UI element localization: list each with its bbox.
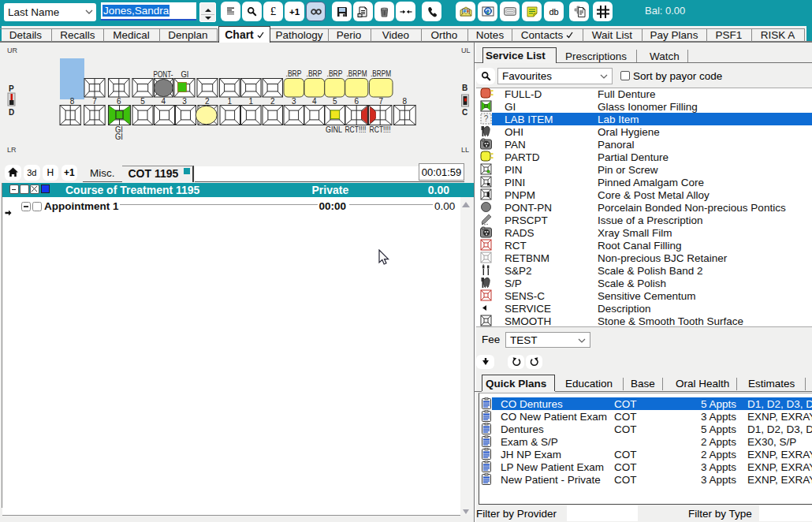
svg-text:D: D <box>9 108 14 117</box>
svg-text:8: 8 <box>403 97 408 106</box>
svg-text:GI: GI <box>181 69 189 79</box>
svg-text:LL: LL <box>461 146 469 154</box>
svg-text:5: 5 <box>333 97 337 106</box>
svg-text:7: 7 <box>378 97 383 106</box>
svg-text:6: 6 <box>355 97 359 106</box>
svg-text:8: 8 <box>70 97 75 106</box>
svg-text:5: 5 <box>140 97 145 106</box>
svg-text:1: 1 <box>228 97 233 106</box>
svg-text:.BRP: .BRP <box>307 69 322 78</box>
svg-text:P: P <box>9 84 14 93</box>
svg-text:1: 1 <box>248 97 253 106</box>
svg-text:4: 4 <box>162 97 166 106</box>
svg-text:UR: UR <box>7 47 17 54</box>
svg-text:GI: GI <box>115 132 123 141</box>
svg-text:.BRPM: .BRPM <box>371 69 391 78</box>
svg-text:3: 3 <box>292 97 296 106</box>
svg-text:?: ? <box>484 114 489 123</box>
svg-text:2: 2 <box>205 97 210 106</box>
svg-text:PONT-: PONT- <box>154 69 173 79</box>
svg-text:.BRP: .BRP <box>286 69 302 78</box>
svg-text:.BRP: .BRP <box>327 69 343 78</box>
svg-text:6: 6 <box>117 97 121 106</box>
svg-text:RCT!!!!: RCT!!!! <box>345 125 366 134</box>
svg-text:3: 3 <box>182 97 187 106</box>
svg-text:C: C <box>462 108 467 117</box>
svg-text:GINL: GINL <box>326 125 342 134</box>
svg-text:7: 7 <box>92 97 97 106</box>
svg-text:2: 2 <box>270 97 275 106</box>
svg-text:LR: LR <box>7 146 17 154</box>
svg-text:RCT!!!!: RCT!!!! <box>370 125 391 134</box>
svg-text:UL: UL <box>461 47 471 54</box>
svg-text:B: B <box>462 84 467 92</box>
svg-text:.BRPM: .BRPM <box>347 69 367 78</box>
svg-text:4: 4 <box>312 97 317 106</box>
